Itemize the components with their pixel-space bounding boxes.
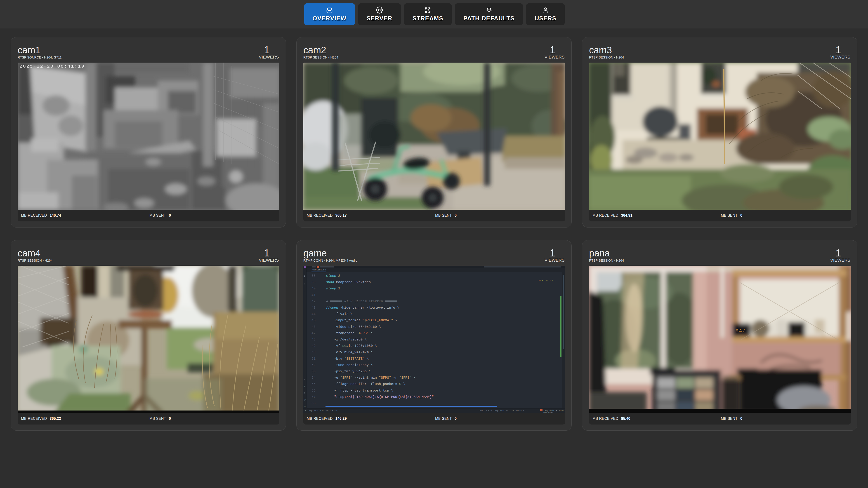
svg-text:2025-12-23 08:41:19: 2025-12-23 08:41:19 [20, 64, 85, 69]
svg-text:947: 947 [736, 328, 746, 334]
